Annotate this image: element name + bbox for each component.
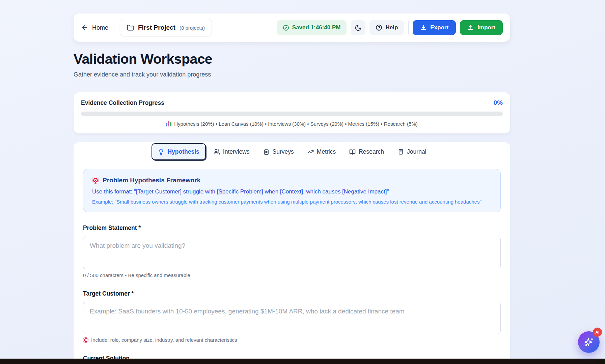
help-label: Help bbox=[385, 24, 398, 31]
progress-breakdown: Hypothesis (20%) • Lean Canvas (10%) • I… bbox=[81, 121, 503, 127]
download-icon bbox=[420, 24, 427, 31]
tab-interviews[interactable]: Interviews bbox=[208, 144, 255, 160]
target-customer-label: Target Customer * bbox=[83, 290, 501, 297]
framework-info-box: Problem Hypothesis Framework Use this fo… bbox=[83, 169, 501, 212]
notebook-icon bbox=[397, 149, 404, 155]
page-subtitle: Gather evidence and track your validatio… bbox=[74, 71, 510, 78]
progress-breakdown-text: Hypothesis (20%) • Lean Canvas (10%) • I… bbox=[174, 121, 418, 127]
lightbulb-icon bbox=[158, 149, 164, 155]
saved-status-badge: Saved 1:46:40 PM bbox=[277, 20, 347, 35]
tab-bar: Hypothesis Interviews Surveys Metrics bbox=[74, 142, 510, 160]
tab-label: Surveys bbox=[273, 148, 294, 155]
tab-label: Journal bbox=[407, 148, 426, 155]
export-label: Export bbox=[430, 24, 448, 31]
toolbar-left-group: Home First Project (8 projects) bbox=[81, 19, 212, 36]
book-open-icon bbox=[349, 149, 356, 155]
target-customer-hint-text: Include: role, company size, industry, a… bbox=[91, 337, 237, 343]
problem-statement-input[interactable] bbox=[83, 236, 501, 269]
tab-metrics[interactable]: Metrics bbox=[302, 144, 341, 160]
framework-format-line: Use this format: "[Target Customer] stru… bbox=[92, 188, 492, 195]
project-count: (8 projects) bbox=[180, 25, 205, 31]
sparkles-icon bbox=[583, 337, 594, 347]
bar-chart-icon bbox=[166, 121, 171, 126]
tab-research[interactable]: Research bbox=[343, 144, 390, 160]
target-icon bbox=[92, 177, 99, 184]
ai-assistant-button[interactable]: AI bbox=[578, 331, 600, 353]
export-button[interactable]: Export bbox=[413, 20, 456, 35]
workspace-card: Hypothesis Interviews Surveys Metrics bbox=[74, 142, 510, 364]
home-label: Home bbox=[92, 24, 108, 31]
progress-title: Evidence Collection Progress bbox=[81, 99, 164, 107]
tab-label: Metrics bbox=[317, 148, 336, 155]
moon-icon bbox=[355, 24, 362, 31]
character-count-hint: 0 / 500 characters - Be specific and mea… bbox=[83, 272, 190, 278]
tab-label: Hypothesis bbox=[167, 148, 199, 155]
target-customer-hint: Include: role, company size, industry, a… bbox=[83, 337, 501, 343]
arrow-left-icon bbox=[81, 24, 88, 31]
progress-header: Evidence Collection Progress 0% bbox=[81, 99, 503, 107]
toolbar-divider bbox=[114, 21, 114, 34]
main-container: Home First Project (8 projects) Saved 1:… bbox=[74, 13, 510, 364]
tab-label: Interviews bbox=[223, 148, 250, 155]
tab-surveys[interactable]: Surveys bbox=[257, 144, 300, 160]
project-selector-button[interactable]: First Project (8 projects) bbox=[120, 19, 212, 36]
trending-up-icon bbox=[307, 149, 314, 155]
check-circle-icon bbox=[283, 25, 289, 31]
hypothesis-panel: Problem Hypothesis Framework Use this fo… bbox=[74, 160, 510, 364]
framework-example-line: Example: "Small business owners struggle… bbox=[92, 199, 492, 205]
tab-label: Research bbox=[359, 148, 384, 155]
tab-journal[interactable]: Journal bbox=[392, 144, 432, 160]
clipboard-icon bbox=[263, 149, 270, 155]
project-name: First Project bbox=[138, 24, 175, 31]
folder-icon bbox=[127, 24, 134, 31]
saved-status-text: Saved 1:46:40 PM bbox=[292, 24, 341, 31]
upload-icon bbox=[467, 24, 474, 31]
target-icon bbox=[83, 337, 88, 343]
tab-hypothesis[interactable]: Hypothesis bbox=[152, 143, 205, 160]
ai-badge: AI bbox=[593, 328, 602, 337]
toolbar-right-group: Saved 1:46:40 PM Help Export bbox=[277, 20, 503, 35]
framework-title: Problem Hypothesis Framework bbox=[103, 177, 200, 184]
help-circle-icon bbox=[376, 24, 382, 31]
dark-mode-toggle[interactable] bbox=[351, 20, 365, 35]
toolbar-divider bbox=[408, 21, 409, 34]
problem-statement-hint: 0 / 500 characters - Be specific and mea… bbox=[83, 272, 501, 278]
users-icon bbox=[214, 149, 220, 155]
home-button[interactable]: Home bbox=[81, 24, 108, 31]
top-toolbar: Home First Project (8 projects) Saved 1:… bbox=[74, 13, 510, 42]
progress-card: Evidence Collection Progress 0% Hypothes… bbox=[74, 92, 510, 133]
import-label: Import bbox=[477, 24, 495, 31]
target-customer-input[interactable] bbox=[83, 302, 501, 334]
progress-bar-track bbox=[81, 112, 503, 116]
help-button[interactable]: Help bbox=[369, 20, 404, 35]
bottom-edge-strip bbox=[0, 359, 605, 364]
problem-statement-label: Problem Statement * bbox=[83, 224, 501, 232]
page-title: Validation Workspace bbox=[74, 51, 510, 67]
import-button[interactable]: Import bbox=[460, 20, 503, 35]
progress-percent: 0% bbox=[494, 99, 503, 107]
